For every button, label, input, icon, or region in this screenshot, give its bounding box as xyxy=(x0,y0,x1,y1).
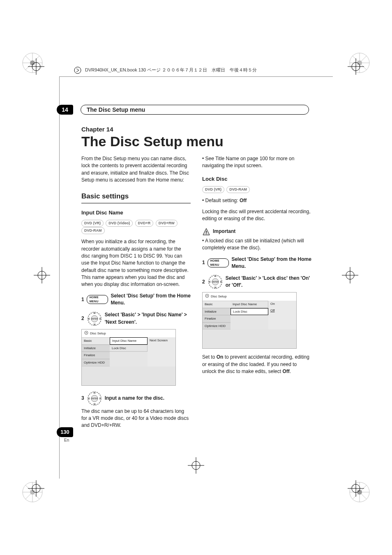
subsection-lock-disc: Lock Disc xyxy=(202,175,311,183)
menu-option: Next Screen xyxy=(148,337,175,344)
format-badge: DVD+R xyxy=(135,220,154,227)
format-badge: DVD (VR) xyxy=(202,186,224,193)
menu-sidebar-item: Basic xyxy=(203,301,231,308)
svg-point-45 xyxy=(74,67,81,74)
step-text: Select 'Basic' > 'Lock disc' then 'On' o… xyxy=(226,275,311,289)
format-badge: DVD-RAM xyxy=(81,227,105,234)
step-text: Select 'Disc Setup' from the Home Menu. xyxy=(111,292,191,307)
enter-dpad-icon: ENTER xyxy=(87,391,102,406)
menu-mid-item: Lock Disc xyxy=(231,308,268,315)
registration-mark-icon xyxy=(187,456,205,474)
step-1: 1 HOME MENU Select 'Disc Setup' from the… xyxy=(81,292,191,307)
page-title: The Disc Setup menu xyxy=(81,134,311,150)
svg-text:ENTER: ENTER xyxy=(91,397,98,400)
home-menu-button-icon: HOME MENU xyxy=(87,295,108,304)
crop-line xyxy=(59,76,60,479)
menu-title: Disc Setup xyxy=(90,331,106,336)
menu-sidebar-item: Initialize xyxy=(203,308,231,315)
menu-title: Disc Setup xyxy=(211,294,227,299)
input-disc-name-paragraph: When you initialize a disc for recording… xyxy=(81,238,191,288)
format-badges: DVD (VR) DVD (Video) DVD+R DVD+RW DVD-RA… xyxy=(81,219,191,234)
disc-setup-icon xyxy=(84,331,88,336)
menu-mid-item: Lock Disc xyxy=(110,345,148,352)
chapter-number-badge: 14 xyxy=(57,105,73,115)
menu-mid-item: Input Disc Name xyxy=(231,301,268,308)
menu-sidebar-item: Finalize xyxy=(82,352,110,359)
step-3: 3 ENTER Input a name for the disc. xyxy=(81,391,191,406)
format-badge: DVD-RAM xyxy=(226,186,250,193)
default-setting-value: Off xyxy=(240,198,247,203)
chapter-label: Chapter 14 xyxy=(81,126,311,133)
step-text: Select 'Basic' > 'Input Disc Name' > 'Ne… xyxy=(105,311,191,326)
disc-setup-icon xyxy=(205,294,209,299)
intro-paragraph: From the Disc Setup menu you can name di… xyxy=(81,155,191,184)
page-number-badge: 130 xyxy=(57,427,73,437)
book-file-line: DVR940HX_UK_EN.book 130 ページ ２００６年７月１２日 水… xyxy=(74,67,257,74)
registration-mark-icon xyxy=(27,58,45,76)
svg-text:!: ! xyxy=(205,230,207,235)
step-number: 3 xyxy=(81,395,84,402)
registration-mark-icon xyxy=(33,266,51,284)
step-2-lock: 2 ENTER Select 'Basic' > 'Lock disc' the… xyxy=(202,274,311,290)
step-number: 2 xyxy=(81,315,84,322)
registration-mark-icon xyxy=(27,479,45,497)
svg-text:ENTER: ENTER xyxy=(212,281,219,283)
menu-sidebar-item: Finalize xyxy=(203,315,231,322)
step-number: 1 xyxy=(81,296,84,303)
subsection-input-disc-name: Input Disc Name xyxy=(81,209,191,217)
step-number: 2 xyxy=(202,279,205,286)
page-language-label: En xyxy=(64,438,69,442)
format-badge: DVD (Video) xyxy=(106,220,133,227)
menu-screenshot-lock-disc: Disc Setup Basic Initialize Finalize Opt… xyxy=(202,292,297,349)
important-label: Important xyxy=(213,228,235,235)
enter-dpad-icon: ENTER xyxy=(87,311,102,327)
registration-mark-icon xyxy=(347,479,365,497)
menu-option: On xyxy=(268,301,296,307)
registration-mark-icon xyxy=(341,266,359,284)
svg-text:ENTER: ENTER xyxy=(91,318,98,320)
menu-sidebar-item: Basic xyxy=(82,337,110,345)
important-callout: ! Important xyxy=(202,228,311,236)
book-arrow-icon xyxy=(74,67,81,74)
step-1-lock: 1 HOME MENU Select 'Disc Setup' from the… xyxy=(202,256,311,270)
book-file-text: DVR940HX_UK_EN.book 130 ページ ２００６年７月１２日 水… xyxy=(85,67,257,72)
format-badge: DVD (VR) xyxy=(81,220,104,227)
svg-point-54 xyxy=(86,332,87,333)
default-setting-label: Default setting: xyxy=(205,198,238,203)
step-text: Input a name for the disc. xyxy=(105,395,164,402)
see-title-name-note: See Title Name on page 100 for more on n… xyxy=(202,156,294,168)
lock-disc-paragraph: Locking the disc will prevent accidental… xyxy=(202,208,311,223)
step-2: 2 ENTER Select 'Basic' > 'Input Disc Nam… xyxy=(81,311,191,327)
format-badge: DVD+RW xyxy=(156,220,178,227)
running-header-title: The Disc Setup menu xyxy=(81,105,309,115)
menu-mid-item: Input Disc Name xyxy=(110,337,148,345)
step-number: 1 xyxy=(202,259,205,266)
menu-sidebar-item: Optimize HDD xyxy=(203,322,231,330)
section-basic-settings: Basic settings xyxy=(81,191,191,204)
enter-dpad-icon: ENTER xyxy=(208,274,223,290)
home-menu-button-icon: HOME MENU xyxy=(208,258,229,267)
step-3-paragraph: The disc name can be up to 64 characters… xyxy=(81,408,191,429)
registration-mark-icon xyxy=(347,58,365,76)
important-bullet: A locked disc can still be initialized (… xyxy=(202,238,304,251)
menu-screenshot-input-disc-name: Disc Setup Basic Initialize Finalize Opt… xyxy=(81,329,176,386)
menu-sidebar-item: Optimize HDD xyxy=(82,359,110,366)
svg-point-72 xyxy=(207,295,208,296)
step-text: Select 'Disc Setup' from the Home Menu. xyxy=(231,256,311,270)
format-badges: DVD (VR) DVD-RAM xyxy=(202,186,311,193)
warning-triangle-icon: ! xyxy=(202,228,210,236)
menu-sidebar-item: Initialize xyxy=(82,345,110,352)
crop-line xyxy=(59,76,333,77)
set-on-paragraph: Set to On to prevent accidental recordin… xyxy=(202,354,311,375)
menu-option-selected: Off xyxy=(268,307,296,314)
